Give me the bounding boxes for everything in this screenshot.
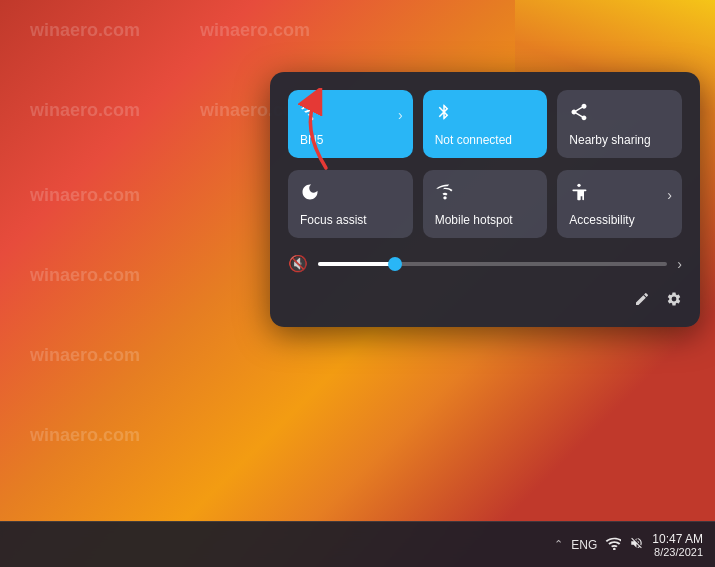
volume-row: 🔇 ›: [288, 250, 682, 277]
language-indicator[interactable]: ENG: [571, 538, 597, 552]
taskbar-time: 10:47 AM: [652, 532, 703, 546]
taskbar-date: 8/23/2021: [654, 546, 703, 558]
nearby-sharing-label: Nearby sharing: [569, 133, 672, 147]
accessibility-toggle[interactable]: › Accessibility: [557, 170, 682, 238]
volume-track: [318, 262, 667, 266]
mobile-hotspot-icon: [435, 182, 455, 207]
bluetooth-label: Not connected: [435, 133, 538, 147]
volume-thumb: [388, 257, 402, 271]
volume-fill: [318, 262, 395, 266]
settings-icon[interactable]: [666, 291, 682, 311]
wifi-toggle[interactable]: › BN5: [288, 90, 413, 158]
panel-footer: [288, 291, 682, 311]
volume-chevron-icon[interactable]: ›: [677, 256, 682, 272]
focus-assist-icon: [300, 182, 320, 207]
wifi-chevron-icon: ›: [398, 107, 403, 123]
volume-mute-icon[interactable]: 🔇: [288, 254, 308, 273]
taskbar-wifi-icon[interactable]: [605, 536, 621, 553]
toggle-row-2: Focus assist Mobile hotspot: [288, 170, 682, 238]
quick-settings-panel: › BN5 Not connected: [270, 72, 700, 327]
bluetooth-toggle[interactable]: Not connected: [423, 90, 548, 158]
mobile-hotspot-toggle[interactable]: Mobile hotspot: [423, 170, 548, 238]
accessibility-label: Accessibility: [569, 213, 672, 227]
wifi-icon: [300, 102, 320, 127]
taskbar-system-tray: ⌃ ENG 10:47 AM 8/23/2021: [554, 532, 715, 558]
accessibility-icon: [569, 182, 589, 207]
toggle-row-1: › BN5 Not connected: [288, 90, 682, 158]
focus-assist-label: Focus assist: [300, 213, 403, 227]
bluetooth-icon: [435, 102, 453, 127]
svg-point-1: [578, 184, 581, 187]
edit-icon[interactable]: [634, 291, 650, 311]
nearby-sharing-toggle[interactable]: Nearby sharing: [557, 90, 682, 158]
wifi-label: BN5: [300, 133, 403, 147]
mobile-hotspot-label: Mobile hotspot: [435, 213, 538, 227]
volume-slider[interactable]: [318, 262, 667, 266]
focus-assist-toggle[interactable]: Focus assist: [288, 170, 413, 238]
taskbar-volume-icon[interactable]: [629, 536, 644, 553]
show-hidden-icons-button[interactable]: ⌃: [554, 538, 563, 551]
nearby-sharing-icon: [569, 102, 589, 127]
taskbar: ⌃ ENG 10:47 AM 8/23/2021: [0, 521, 715, 567]
taskbar-clock[interactable]: 10:47 AM 8/23/2021: [652, 532, 703, 558]
accessibility-chevron-icon: ›: [667, 187, 672, 203]
